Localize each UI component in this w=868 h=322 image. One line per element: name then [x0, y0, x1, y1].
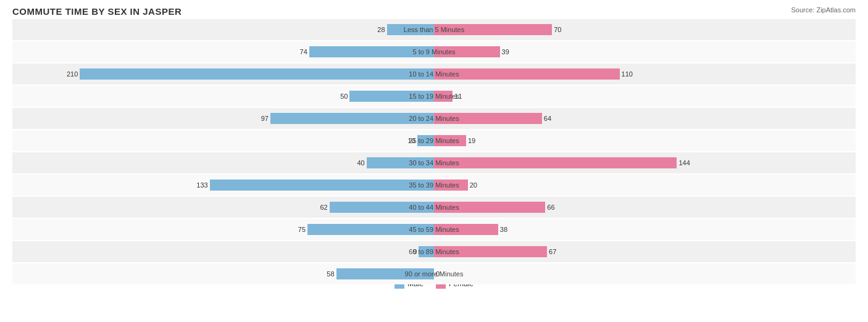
value-female: 66 [547, 204, 554, 211]
bar-male [330, 202, 434, 213]
bar-male [309, 46, 434, 57]
bar-female [434, 135, 466, 146]
row-content: 25 to 29 Minutes 10 19 [12, 130, 856, 151]
value-female: 67 [549, 248, 556, 255]
row-content: 90 or more Minutes 58 0 [12, 263, 856, 284]
value-male: 50 [340, 93, 348, 100]
row-content: 15 to 19 Minutes 50 11 [12, 86, 856, 107]
bar-male [336, 268, 434, 279]
value-female: 144 [678, 159, 690, 167]
row-content: 10 to 14 Minutes 210 110 [12, 64, 856, 85]
value-male: 74 [300, 48, 307, 56]
bar-female [434, 246, 547, 257]
value-female: 110 [622, 70, 633, 78]
value-female: 70 [554, 26, 561, 33]
value-female: 38 [500, 226, 507, 233]
row-content: 5 to 9 Minutes 74 39 [12, 41, 856, 62]
bar-female [434, 113, 542, 124]
bar-female [434, 180, 468, 191]
value-female: 0 [436, 270, 440, 278]
bar-male [307, 224, 434, 235]
row-content: Less than 5 Minutes 28 70 [12, 19, 856, 40]
row-content: 40 to 44 Minutes 62 66 [12, 197, 856, 218]
table-row: 15 to 19 Minutes 50 11 [12, 86, 856, 107]
value-male: 9 [413, 248, 417, 255]
bar-female [434, 46, 500, 57]
value-male: 75 [298, 226, 306, 233]
bar-female [434, 224, 498, 235]
chart-title: COMMUTE TIME BY SEX IN JASPER [12, 6, 856, 17]
value-male: 10 [407, 137, 415, 144]
table-row: 10 to 14 Minutes 210 110 [12, 64, 856, 85]
bar-male [417, 135, 434, 146]
bar-male [80, 68, 434, 80]
bar-female [434, 24, 552, 35]
table-row: 5 to 9 Minutes 74 39 [12, 41, 856, 62]
value-male: 210 [67, 70, 78, 78]
bar-male [270, 113, 434, 124]
table-row: 40 to 44 Minutes 62 66 [12, 197, 856, 218]
bar-female [434, 157, 677, 168]
table-row: 60 to 89 Minutes 9 67 [12, 241, 856, 262]
table-row: 90 or more Minutes 58 0 [12, 263, 856, 284]
value-male: 28 [377, 26, 385, 33]
row-content: 45 to 59 Minutes 75 38 [12, 219, 856, 240]
value-male: 40 [357, 159, 364, 167]
table-row: 25 to 29 Minutes 10 19 [12, 130, 856, 151]
row-content: 20 to 24 Minutes 97 64 [12, 108, 856, 129]
value-female: 39 [502, 48, 509, 56]
table-row: Less than 5 Minutes 28 70 [12, 19, 856, 40]
bar-male [367, 157, 434, 168]
row-content: 35 to 39 Minutes 133 20 [12, 175, 856, 196]
bar-male [387, 24, 434, 35]
bar-male [349, 91, 434, 102]
value-female: 11 [454, 93, 462, 100]
row-content: 30 to 34 Minutes 40 144 [12, 152, 856, 173]
value-female: 19 [468, 137, 475, 144]
bar-male [210, 180, 434, 191]
table-row: 30 to 34 Minutes 40 144 [12, 152, 856, 173]
value-male: 97 [261, 115, 269, 122]
table-row: 45 to 59 Minutes 75 38 [12, 219, 856, 240]
value-male: 133 [196, 181, 207, 189]
bar-male [419, 246, 434, 257]
value-female: 64 [544, 115, 551, 122]
value-male: 58 [327, 270, 334, 278]
source-text: Source: ZipAtlas.com [791, 6, 856, 14]
chart-area: Less than 5 Minutes 28 70 5 to 9 Minutes… [12, 19, 856, 276]
table-row: 35 to 39 Minutes 133 20 [12, 175, 856, 196]
chart-container: COMMUTE TIME BY SEX IN JASPER Source: Zi… [0, 0, 868, 322]
bar-female [434, 202, 545, 213]
bar-female [434, 68, 620, 80]
value-female: 20 [470, 181, 477, 189]
value-male: 62 [320, 204, 327, 211]
table-row: 20 to 24 Minutes 97 64 [12, 108, 856, 129]
row-content: 60 to 89 Minutes 9 67 [12, 241, 856, 262]
bar-female [434, 91, 453, 102]
